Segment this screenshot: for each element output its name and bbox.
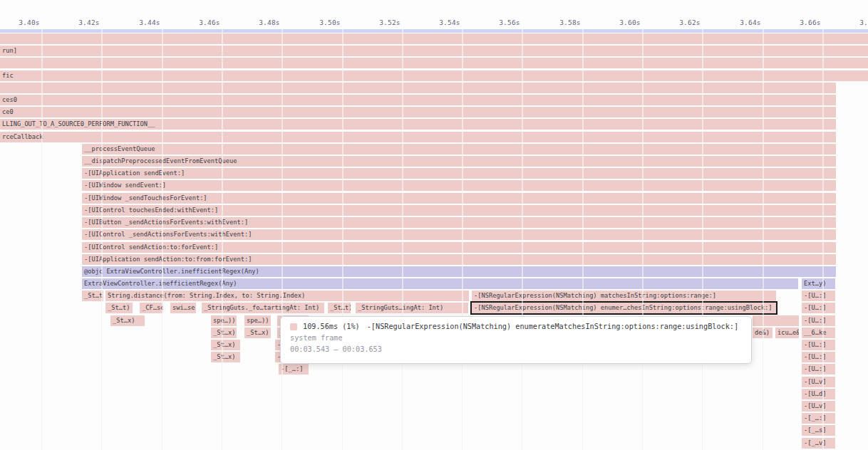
time-axis-tick-label: 3.66s [800, 19, 821, 26]
frame-bar[interactable]: @objc ExtraViewController.inefficientReg… [82, 266, 836, 277]
time-axis-tick-label: 3.50s [319, 19, 341, 26]
frame-bar[interactable] [0, 83, 836, 93]
frame-bar[interactable]: -[U…:] [802, 352, 835, 362]
frame-bar[interactable]: _St…x) [244, 328, 271, 338]
frame-bar[interactable]: -[UIButton _sendActionsForEvents:withEve… [82, 217, 836, 228]
frame-bar-selected[interactable]: -[NSRegularExpression(NSMatching) enumer… [472, 303, 776, 313]
frame-bar[interactable]: -[_…v] [802, 438, 835, 449]
frame-bar[interactable]: fic [0, 70, 868, 81]
frame-bar[interactable]: -[UIControl _sendActionsForEvents:withEv… [82, 229, 836, 240]
frame-bar[interactable]: -[_…:] [279, 364, 309, 375]
gridline-overlay [162, 29, 163, 450]
frame-bar[interactable]: -[_…:] [802, 413, 835, 424]
frame-bar[interactable]: _St…x) [211, 328, 237, 338]
time-axis-tick-label: 3.64s [740, 19, 761, 26]
gridline-overlay [582, 29, 584, 450]
frame-bar[interactable]: -[U…v] [802, 377, 835, 387]
time-axis-tick-label: 3.60s [619, 19, 641, 26]
frame-bar[interactable]: -[UIApplication sendAction:to:from:forEv… [82, 254, 836, 265]
frame-bar[interactable]: _St…x) [110, 315, 145, 326]
frame-bar[interactable]: _St…t) [328, 303, 351, 313]
gridline-overlay [522, 29, 523, 450]
frame-bar[interactable]: -[U…v] [802, 401, 835, 412]
time-axis-tick-label: 3.58s [559, 19, 581, 26]
frame-bar[interactable]: -[U…:] [802, 340, 835, 350]
gridline-overlay [763, 29, 764, 450]
gridline-overlay [702, 29, 703, 450]
frame-bar[interactable]: Ext…y) [802, 278, 835, 289]
tooltip: 109.56ms (1%) -[NSRegularExpression(NSMa… [280, 316, 752, 364]
time-axis-tick-label: 3.52s [379, 19, 401, 26]
frame-bar[interactable]: LLING_OUT_TO_A_SOURCE0_PERFORM_FUNCTION_… [0, 119, 836, 130]
time-axis: 3.40s3.42s3.44s3.46s3.48s3.50s3.52s3.54s… [0, 0, 868, 29]
gridline-overlay [222, 29, 223, 450]
time-axis-tick-label: 3.62s [679, 19, 701, 26]
gridline-overlay [402, 29, 403, 450]
frame-bar[interactable] [0, 33, 868, 44]
gridline-overlay [642, 29, 644, 450]
frame-bar[interactable]: -[U…d] [802, 389, 835, 399]
frame-bar[interactable]: _St…t) [105, 303, 133, 313]
frame-bar[interactable]: swi…se [170, 303, 196, 313]
frame-bar[interactable]: __dispatchPreprocessedEventFromEventQueu… [82, 156, 836, 167]
tooltip-header: 109.56ms (1%) -[NSRegularExpression(NSMa… [290, 323, 742, 330]
frame-bar[interactable]: _St…x) [211, 340, 240, 350]
frame-bar[interactable]: _St…x) [211, 352, 240, 362]
time-axis-tick-label: 3.48s [259, 19, 280, 26]
time-axis-tick-label: 3.56s [499, 19, 520, 26]
time-axis-tick-label: 3.40s [19, 19, 40, 26]
frame-bar[interactable]: -[U…:] [802, 364, 835, 375]
frame-bar[interactable] [753, 315, 799, 326]
time-axis-tick-label: 3.68s [859, 19, 868, 26]
frame-bar[interactable]: String.distance(from: String.Index, to: … [105, 291, 469, 301]
gridline-overlay [462, 29, 463, 450]
gridline-overlay [101, 29, 103, 450]
time-axis-tick-label: 3.46s [199, 19, 220, 26]
frame-bar[interactable]: icu…e&) [775, 328, 799, 338]
frame-bar[interactable]: -[NSRegularExpression(NSMatching) matche… [472, 291, 776, 301]
frame-bar[interactable] [0, 58, 868, 68]
frame-bar[interactable]: rceCallback [0, 132, 836, 142]
frame-bar[interactable]: __6…ke [802, 328, 835, 338]
frame-bar[interactable]: -[U…:] [802, 315, 835, 326]
frame-bar[interactable]: -[UIApplication sendEvent:] [82, 168, 836, 179]
flame-chart[interactable]: 3.40s3.42s3.44s3.46s3.48s3.50s3.52s3.54s… [0, 0, 868, 450]
frame-bar[interactable]: ces0 [0, 95, 836, 105]
frame-bar[interactable]: run] [0, 46, 868, 56]
frame-bar[interactable]: _St…t) [82, 291, 103, 301]
frame-bar[interactable]: ce0 [0, 107, 836, 117]
frame-bar[interactable]: spe…)) [244, 315, 271, 326]
time-axis-tick-label: 3.42s [78, 19, 100, 26]
tooltip-duration: 109.56ms (1%) [303, 323, 360, 330]
category-swatch-icon [290, 323, 297, 330]
gridline-overlay [41, 29, 43, 450]
frame-bar[interactable]: __processEventQueue [82, 144, 836, 155]
frame-bar[interactable]: -[U…:] [802, 291, 835, 301]
gridline-overlay [822, 29, 824, 450]
frame-bar[interactable] [0, 29, 868, 33]
frame-bar[interactable]: _StringGuts._fo…tartingAt: Int) [202, 303, 324, 313]
tooltip-time-range: 00:03.543 — 00:03.653 [290, 345, 742, 353]
frame-bar[interactable]: -[UIWindow sendEvent:] [82, 180, 836, 191]
tooltip-function-name: -[NSRegularExpression(NSMatching) enumer… [367, 323, 738, 330]
frame-bar[interactable]: -[UIControl touchesEnded:withEvent:] [82, 205, 836, 216]
frame-bar[interactable]: _StringGuts…ingAt: Int) [356, 303, 468, 313]
frame-bar[interactable]: -[UIControl sendAction:to:forEvent:] [82, 242, 836, 253]
gridline-overlay [281, 29, 283, 450]
tooltip-category: system frame [290, 334, 742, 342]
frame-bar[interactable]: spe…)) [211, 315, 237, 326]
frame-bar[interactable]: ExtraViewController.inefficientRegex(Any… [82, 278, 798, 289]
frame-bar[interactable]: -[UIWindow _sendTouchesForEvent:] [82, 193, 836, 204]
frame-bar[interactable]: -[_…s] [802, 425, 835, 436]
time-axis-tick-label: 3.44s [139, 19, 160, 26]
frame-bar[interactable]: _CF…se [140, 303, 163, 313]
frame-bar[interactable]: -[U…:] [802, 303, 835, 313]
gridline-overlay [342, 29, 343, 450]
time-axis-tick-label: 3.54s [439, 19, 460, 26]
